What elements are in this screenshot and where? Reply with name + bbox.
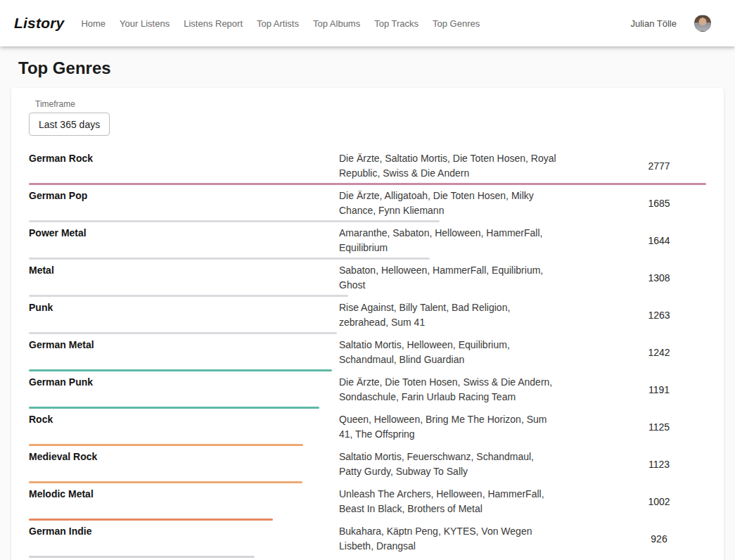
genre-artists: Unleash The Archers, Helloween, HammerFa… <box>339 487 558 516</box>
genre-count: 1263 <box>612 310 706 321</box>
genre-name: Rock <box>29 412 339 427</box>
genre-name: German Indie <box>29 524 339 539</box>
genre-count: 926 <box>612 533 706 545</box>
genre-count: 1002 <box>612 496 706 507</box>
genre-artists: Rise Against, Billy Talent, Bad Religion… <box>339 300 558 330</box>
genre-artists: Bukahara, Käptn Peng, KYTES, Von Wegen L… <box>339 524 558 554</box>
genre-row: Metal Sabaton, Helloween, HammerFall, Eq… <box>29 260 706 297</box>
nav-link-your-listens[interactable]: Your Listens <box>120 18 170 29</box>
genre-count: 1125 <box>612 421 706 433</box>
genre-bar <box>29 556 255 558</box>
genre-name: Power Metal <box>29 226 339 241</box>
genre-row: German Punk Die Ärzte, Die Toten Hosen, … <box>29 371 706 409</box>
genre-row: Rock Queen, Helloween, Bring Me The Hori… <box>29 409 706 446</box>
main-nav: HomeYour ListensListens ReportTop Artist… <box>81 18 480 29</box>
genre-name: German Pop <box>29 189 339 203</box>
nav-link-home[interactable]: Home <box>81 18 106 29</box>
genre-artists: Sabaton, Helloween, HammerFall, Equilibr… <box>339 263 558 293</box>
genre-name: German Rock <box>29 151 339 166</box>
nav-link-top-albums[interactable]: Top Albums <box>313 18 360 29</box>
user-avatar[interactable] <box>694 15 711 32</box>
nav-link-listens-report[interactable]: Listens Report <box>184 18 243 29</box>
genre-row: Melodic Metal Unleash The Archers, Hello… <box>29 483 706 521</box>
nav-link-top-genres[interactable]: Top Genres <box>433 18 480 29</box>
genre-artists: Saltatio Mortis, Feuerschwanz, Schandmau… <box>339 450 558 479</box>
app-logo[interactable]: Listory <box>14 15 64 32</box>
genre-name: Punk <box>29 300 339 315</box>
genre-count: 1242 <box>612 347 706 358</box>
genre-list: German Rock Die Ärzte, Saltatio Mortis, … <box>29 148 706 558</box>
genre-artists: Die Ärzte, Saltatio Mortis, Die Toten Ho… <box>339 151 558 181</box>
genre-name: Metal <box>29 263 339 278</box>
genre-name: Medieval Rock <box>29 450 339 464</box>
navbar-right: Julian Tölle <box>630 15 711 32</box>
nav-link-top-artists[interactable]: Top Artists <box>257 18 299 29</box>
genre-artists: Die Ärzte, Die Toten Hosen, Swiss & Die … <box>339 375 558 405</box>
genre-artists: Die Ärzte, Alligatoah, Die Toten Hosen, … <box>339 189 558 218</box>
top-genres-card: Timeframe Last 365 days German Rock Die … <box>11 88 724 560</box>
genre-count: 1191 <box>612 384 706 395</box>
main-content: Top Genres Timeframe Last 365 days Germa… <box>0 46 735 560</box>
genre-name: German Metal <box>29 338 339 352</box>
genre-count: 1308 <box>612 272 706 284</box>
nav-link-top-tracks[interactable]: Top Tracks <box>374 18 418 29</box>
genre-row: German Indie Bukahara, Käptn Peng, KYTES… <box>29 521 706 558</box>
genre-row: Power Metal Amaranthe, Sabaton, Hellowee… <box>29 222 706 260</box>
genre-count: 2777 <box>612 160 706 172</box>
genre-name: Melodic Metal <box>29 487 339 502</box>
genre-artists: Saltatio Mortis, Helloween, Equilibrium,… <box>339 338 558 367</box>
genre-artists: Amaranthe, Sabaton, Helloween, HammerFal… <box>339 226 558 255</box>
genre-row: German Metal Saltatio Mortis, Helloween,… <box>29 334 706 371</box>
timeframe-label: Timeframe <box>35 99 706 109</box>
genre-row: Medieval Rock Saltatio Mortis, Feuerschw… <box>29 446 706 483</box>
user-name[interactable]: Julian Tölle <box>630 18 677 29</box>
genre-name: German Punk <box>29 375 339 390</box>
timeframe-control: Timeframe Last 365 days <box>29 99 706 136</box>
genre-count: 1644 <box>612 235 706 246</box>
genre-row: Punk Rise Against, Billy Talent, Bad Rel… <box>29 297 706 334</box>
page-title: Top Genres <box>18 58 724 78</box>
genre-row: German Rock Die Ärzte, Saltatio Mortis, … <box>29 148 706 185</box>
genre-count: 1123 <box>612 459 706 470</box>
app-navbar: Listory HomeYour ListensListens ReportTo… <box>0 0 735 46</box>
genre-row: German Pop Die Ärzte, Alligatoah, Die To… <box>29 185 706 222</box>
timeframe-select[interactable]: Last 365 days <box>29 113 110 136</box>
genre-artists: Queen, Helloween, Bring Me The Horizon, … <box>339 412 558 442</box>
genre-count: 1685 <box>612 198 706 209</box>
